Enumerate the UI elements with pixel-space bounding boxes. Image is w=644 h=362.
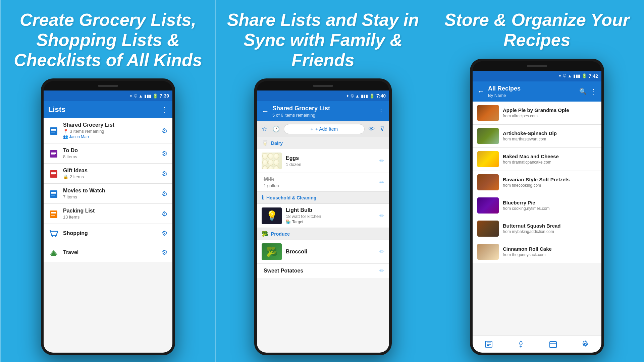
toolbar-row: ☆ 🕐 + + Add Item 👁 ⊽ [257,121,389,137]
more-options-icon[interactable]: ⋮ [161,106,168,114]
recipe-item[interactable]: Butternut Squash Bread from mybakingaddi… [473,217,601,240]
gear-icon-movies[interactable]: ⚙ [162,190,168,198]
nav-lists[interactable] [485,340,493,348]
panel-3: Store & Organize Your Recipes ✦ © ▲ ▮▮▮ … [430,0,644,362]
screen-subtitle-recipes: By Name [488,93,576,98]
list-name-travel: Travel [63,249,158,255]
edit-icon-sweet-potatoes[interactable]: ✏ [379,267,384,275]
lists-header: Lists ⋮ [44,101,172,118]
list-item[interactable]: Shared Grocery List 📍 3 items remaining … [44,118,172,143]
category-produce-label: Produce [271,231,290,237]
list-name-shopping: Shopping [63,230,158,236]
star-icon[interactable]: ☆ [260,124,268,134]
screen-title-grocery: Shared Grocery List [272,105,374,112]
recipe-name-blueberry: Blueberry Pie [503,200,597,205]
gear-icon-todo[interactable]: ⚙ [162,149,168,158]
bulb-qty: 18 watt for kitchen [286,214,375,219]
view-icon[interactable]: 👁 [367,124,376,134]
phone-1-notch [44,81,172,90]
broccoli-visual: 🥦 [262,243,282,260]
recipe-item[interactable]: Baked Mac and Cheese from dramaticpancak… [473,148,601,171]
list-meta-gift: 🔒 2 items [63,174,158,179]
list-item[interactable]: To Do 8 items ⚙ [44,143,172,164]
list-info-movies: Movies to Watch 7 items [63,188,158,199]
dairy-icon: 🥛 [262,140,268,146]
list-icon-travel [48,247,59,258]
list-name-todo: To Do [63,147,158,154]
signal-icon-3: ▮▮▮ [573,73,580,78]
list-icon-gift [48,168,59,179]
recipe-source-apple-pie: from allrecipes.com [503,114,597,118]
recipe-image-butternut [477,221,499,237]
gear-icon-packing[interactable]: ⚙ [162,210,168,218]
list-item[interactable]: Travel ⚙ [44,243,172,262]
lock-icon: 🔒 [63,174,68,179]
nav-recipes[interactable] [517,340,525,348]
sweet-potatoes-info: Sweet Potatoes [262,268,375,274]
list-info-grocery: Shared Grocery List 📍 3 items remaining … [63,122,158,139]
add-item-button[interactable]: + + Add Item [284,124,365,134]
app-bar-title-2: Shared Grocery List 5 of 6 items remaini… [272,105,374,118]
list-item[interactable]: Shopping ⚙ [44,224,172,243]
bluetooth-icon-3: ✦ [558,73,562,78]
back-icon-3[interactable]: ← [477,87,485,96]
grocery-item-eggs[interactable]: Eggs 1 dozen ✏ [257,149,389,173]
recipes-content: Apple Pie by Grandma Ople from allrecipe… [473,102,601,335]
recipe-item[interactable]: Apple Pie by Grandma Ople from allrecipe… [473,102,601,125]
list-meta-todo: 8 items [63,154,158,159]
gear-icon-shopping[interactable]: ⚙ [162,229,168,237]
gear-icon-travel[interactable]: ⚙ [162,248,168,256]
list-item[interactable]: Gift Ideas 🔒 2 items ⚙ [44,164,172,184]
list-item[interactable]: Packing List 13 items ⚙ [44,204,172,224]
more-options-icon-2[interactable]: ⋮ [378,107,384,115]
panel-2-headline: Share Lists and Stay in Sync with Family… [223,10,423,70]
list-meta-grocery: 📍 3 items remaining [63,129,158,134]
gear-icon-grocery[interactable]: ⚙ [162,127,168,135]
gear-icon-gift[interactable]: ⚙ [162,170,168,178]
status-bar-3: ✦ © ▲ ▮▮▮ 🔋 7:42 [473,71,601,81]
list-meta-movies: 7 items [63,194,158,199]
status-time-3: 7:42 [589,73,598,79]
edit-icon-broccoli[interactable]: ✏ [379,248,384,255]
add-item-label: + Add Item [315,126,338,132]
nav-settings[interactable] [581,340,589,348]
eggs-info: Eggs 1 dozen [286,155,375,167]
recipe-info-pretzel: Bavarian-Style Soft Pretzels from fineco… [503,177,597,188]
category-household: ℹ Household & Cleaning [257,192,389,204]
app-bar-title-3: All Recipes By Name [488,85,576,98]
screen-subtitle-grocery: 5 of 6 items remaining [272,113,374,118]
grocery-item-broccoli[interactable]: 🥦 Broccoli ✏ [257,240,389,264]
edit-icon-bulb[interactable]: ✏ [379,212,384,220]
copyright-icon-2: © [351,94,354,99]
history-icon[interactable]: 🕐 [271,124,281,134]
edit-icon-milk[interactable]: ✏ [379,179,384,186]
store-name: Target [292,220,303,224]
speaker-3 [527,65,547,67]
grocery-item-milk[interactable]: Milk 1 gallon ✏ [257,173,389,192]
recipe-item[interactable]: Bavarian-Style Soft Pretzels from fineco… [473,171,601,194]
search-icon-recipes[interactable]: 🔍 [579,88,587,95]
filter-icon[interactable]: ⊽ [379,124,386,134]
recipe-image-pretzel [477,174,499,190]
recipe-source-butternut: from mybakingaddiction.com [503,229,597,234]
list-item[interactable]: Movies to Watch 7 items ⚙ [44,184,172,204]
recipe-item[interactable]: Artichoke-Spinach Dip from marthastewart… [473,125,601,148]
grocery-item-bulb[interactable]: 💡 Light Bulb 18 watt for kitchen 🏪 Targe… [257,204,389,228]
svg-point-21 [55,236,56,237]
recipe-info-mac: Baked Mac and Cheese from dramaticpancak… [503,154,597,165]
grocery-item-sweet-potatoes[interactable]: Sweet Potatoes ✏ [257,264,389,278]
nav-calendar[interactable] [549,340,557,348]
recipe-item[interactable]: Cinnamon Roll Cake from thegunnysack.com [473,240,601,263]
more-options-icon-3[interactable]: ⋮ [590,87,597,96]
broccoli-name: Broccoli [286,249,375,255]
list-name-gift: Gift Ideas [63,168,158,174]
battery-icon-2: 🔋 [369,94,375,99]
list-info-packing: Packing List 13 items [63,208,158,220]
list-name-packing: Packing List [63,208,158,214]
recipe-name-last: Cinnamon Roll Cake [503,246,597,252]
screen-title-recipes: All Recipes [488,85,576,92]
back-icon-2[interactable]: ← [262,107,269,116]
app-bar-3: ← All Recipes By Name 🔍 ⋮ [473,81,601,102]
edit-icon-eggs[interactable]: ✏ [379,157,384,165]
recipe-item[interactable]: Blueberry Pie from cooking.nytimes.com [473,194,601,217]
